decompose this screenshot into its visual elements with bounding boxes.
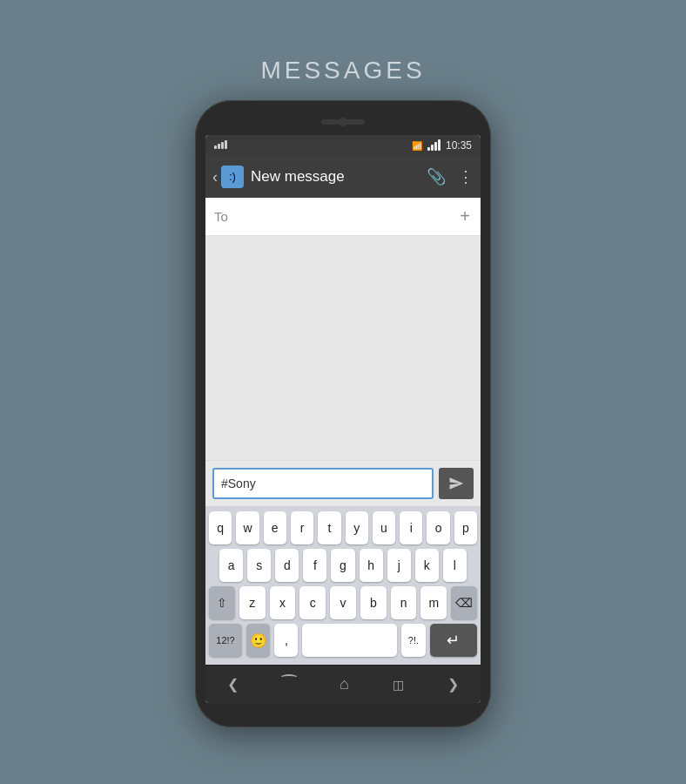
key-g[interactable]: g <box>331 549 354 582</box>
key-o[interactable]: o <box>427 511 449 544</box>
key-row-3: ⇧ z x c v b n m ⌫ <box>209 586 477 619</box>
enter-key[interactable]: ↵ <box>430 624 477 657</box>
nav-forward-icon[interactable]: ❯ <box>447 676 459 693</box>
add-contact-button[interactable]: + <box>458 205 472 228</box>
key-row-2: a s d f g h j k l <box>209 549 477 582</box>
key-x[interactable]: x <box>270 586 296 619</box>
key-b[interactable]: b <box>360 586 387 619</box>
key-row-1: q w e r t y u i o p <box>209 511 477 544</box>
key-e[interactable]: e <box>264 511 286 544</box>
key-c[interactable]: c <box>299 586 326 619</box>
attach-icon[interactable]: 📎 <box>427 167 446 186</box>
signal-bars <box>427 140 441 151</box>
keyboard-icon <box>214 142 228 149</box>
key-f[interactable]: f <box>303 549 326 582</box>
key-row-4: 12!? 🙂 , ?!. ↵ <box>209 624 477 657</box>
punctuation-key[interactable]: ?!. <box>401 624 425 657</box>
status-left <box>214 142 228 149</box>
key-h[interactable]: h <box>360 549 383 582</box>
emoji-key[interactable]: 🙂 <box>246 624 270 657</box>
key-k[interactable]: k <box>415 549 439 582</box>
phone-speaker <box>321 119 365 125</box>
numbers-key[interactable]: 12!? <box>209 624 242 657</box>
to-input[interactable] <box>235 204 458 230</box>
key-y[interactable]: y <box>346 511 368 544</box>
key-a[interactable]: a <box>219 549 243 582</box>
back-button[interactable]: ‹ <box>212 168 218 186</box>
key-d[interactable]: d <box>275 549 299 582</box>
phone-frame: 📶 10:35 ‹ :) New message 📎 ⋮ <box>195 100 491 727</box>
status-right: 📶 10:35 <box>412 139 472 152</box>
app-bar-title: New message <box>251 168 427 186</box>
key-n[interactable]: n <box>391 586 417 619</box>
key-l[interactable]: l <box>443 549 467 582</box>
key-q[interactable]: q <box>209 511 232 544</box>
comma-key[interactable]: , <box>274 624 298 657</box>
to-label: To <box>214 209 228 224</box>
key-m[interactable]: m <box>420 586 447 619</box>
nav-back-icon[interactable]: ❮ <box>227 676 239 693</box>
key-u[interactable]: u <box>373 511 395 544</box>
nav-bar: ❮ ⁀ ⌂ ◫ ❯ <box>205 665 481 703</box>
key-r[interactable]: r <box>291 511 313 544</box>
key-j[interactable]: j <box>387 549 411 582</box>
more-icon[interactable]: ⋮ <box>458 167 474 186</box>
send-button[interactable] <box>439 468 474 499</box>
key-w[interactable]: w <box>236 511 259 544</box>
phone-top-notch <box>205 111 481 119</box>
wifi-icon: 📶 <box>412 141 422 151</box>
emoji-icon-box: :) <box>221 166 244 188</box>
compose-row <box>205 460 481 506</box>
key-z[interactable]: z <box>239 586 266 619</box>
send-icon <box>448 476 464 491</box>
space-key[interactable] <box>302 624 397 657</box>
compose-input[interactable] <box>212 468 434 499</box>
message-area <box>205 236 481 460</box>
backspace-key[interactable]: ⌫ <box>451 586 477 619</box>
key-s[interactable]: s <box>247 549 271 582</box>
emoji-label: :) <box>229 171 235 183</box>
phone-screen: 📶 10:35 ‹ :) New message 📎 ⋮ <box>205 135 481 703</box>
status-time: 10:35 <box>446 139 472 152</box>
shift-key[interactable]: ⇧ <box>209 586 235 619</box>
key-i[interactable]: i <box>400 511 422 544</box>
key-t[interactable]: t <box>318 511 340 544</box>
app-bar: ‹ :) New message 📎 ⋮ <box>205 156 481 198</box>
keyboard: q w e r t y u i o p a s d f g h j k <box>205 506 481 665</box>
key-p[interactable]: p <box>454 511 477 544</box>
to-field-row: To + <box>205 198 481 236</box>
nav-recent-icon[interactable]: ⁀ <box>282 674 296 695</box>
app-bar-actions: 📎 ⋮ <box>427 167 474 186</box>
page-title: MESSAGES <box>260 57 425 84</box>
nav-home-icon[interactable]: ⌂ <box>340 675 349 693</box>
nav-overview-icon[interactable]: ◫ <box>393 678 404 692</box>
key-v[interactable]: v <box>330 586 356 619</box>
status-bar: 📶 10:35 <box>205 135 481 156</box>
